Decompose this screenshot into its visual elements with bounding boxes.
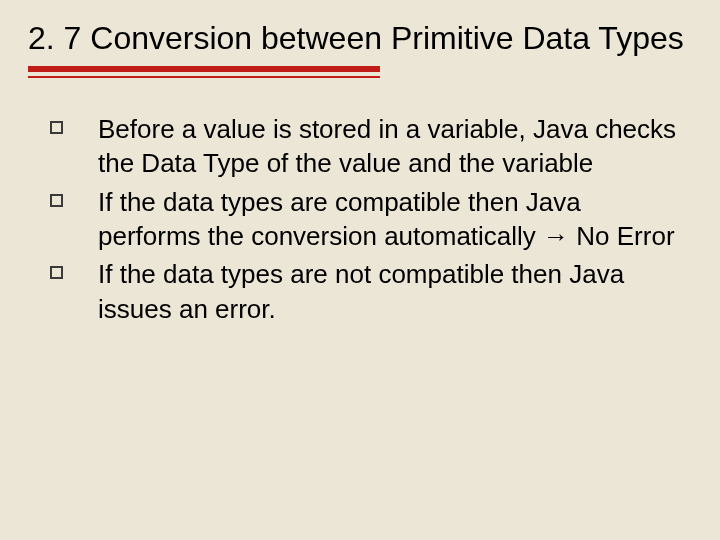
list-item: If the data types are not compatible the… bbox=[40, 257, 688, 326]
title-underline bbox=[28, 66, 380, 78]
list-item: If the data types are compatible then Ja… bbox=[40, 185, 688, 254]
bullet-text: Before a value is stored in a variable, … bbox=[98, 114, 676, 178]
list-item: Before a value is stored in a variable, … bbox=[40, 112, 688, 181]
square-bullet-icon bbox=[50, 194, 63, 207]
square-bullet-icon bbox=[50, 121, 63, 134]
bullet-list: Before a value is stored in a variable, … bbox=[28, 112, 688, 326]
square-bullet-icon bbox=[50, 266, 63, 279]
slide-title: 2. 7 Conversion between Primitive Data T… bbox=[28, 18, 688, 58]
bullet-text: If the data types are not compatible the… bbox=[98, 259, 624, 323]
bullet-text: If the data types are compatible then Ja… bbox=[98, 187, 675, 251]
